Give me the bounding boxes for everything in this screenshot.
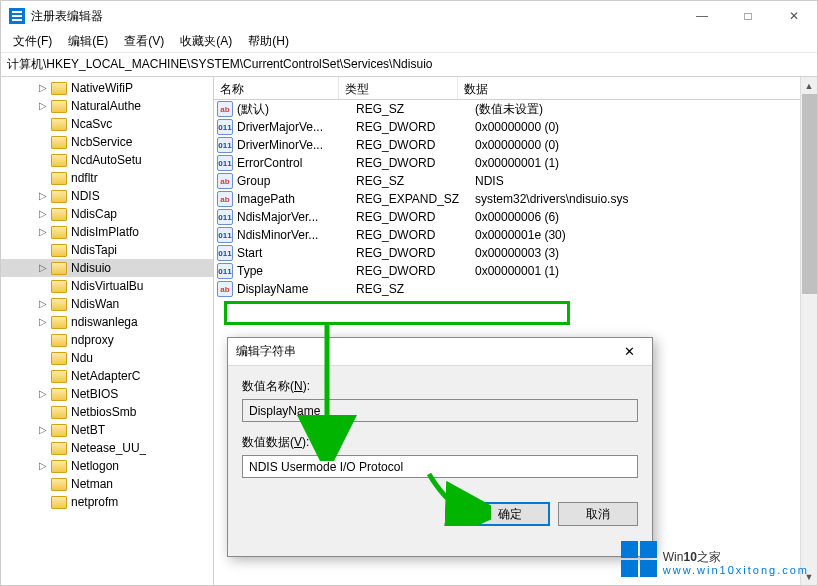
tree-item-netlogon[interactable]: ▷Netlogon: [1, 457, 213, 475]
menu-edit[interactable]: 编辑(E): [60, 31, 116, 52]
tree-item-ndfltr[interactable]: ndfltr: [1, 169, 213, 187]
expand-icon[interactable]: ▷: [37, 226, 49, 238]
list-row[interactable]: abGroupREG_SZNDIS: [214, 172, 817, 190]
tree-item-nativewifip[interactable]: ▷NativeWifiP: [1, 79, 213, 97]
tree-item-netease_uu_[interactable]: Netease_UU_: [1, 439, 213, 457]
folder-icon: [51, 370, 67, 383]
expand-icon[interactable]: ▷: [37, 388, 49, 400]
expand-icon[interactable]: [37, 406, 49, 418]
expand-icon[interactable]: ▷: [37, 82, 49, 94]
expand-icon[interactable]: ▷: [37, 460, 49, 472]
col-data[interactable]: 数据: [458, 77, 817, 99]
tree-item-ndistapi[interactable]: NdisTapi: [1, 241, 213, 259]
tree-label: Ndisuio: [71, 261, 111, 275]
expand-icon[interactable]: ▷: [37, 262, 49, 274]
tree-view[interactable]: ▷NativeWifiP▷NaturalAutheNcaSvcNcbServic…: [1, 77, 214, 585]
tree-item-ncdautosetu[interactable]: NcdAutoSetu: [1, 151, 213, 169]
tree-item-ncbservice[interactable]: NcbService: [1, 133, 213, 151]
expand-icon[interactable]: ▷: [37, 298, 49, 310]
expand-icon[interactable]: [37, 334, 49, 346]
folder-icon: [51, 478, 67, 491]
expand-icon[interactable]: [37, 442, 49, 454]
tree-item-ndu[interactable]: Ndu: [1, 349, 213, 367]
menu-file[interactable]: 文件(F): [5, 31, 60, 52]
folder-icon: [51, 262, 67, 275]
expand-icon[interactable]: ▷: [37, 190, 49, 202]
tree-label: NcbService: [71, 135, 132, 149]
tree-item-ndisuio[interactable]: ▷Ndisuio: [1, 259, 213, 277]
tree-item-ndis[interactable]: ▷NDIS: [1, 187, 213, 205]
list-row[interactable]: abImagePathREG_EXPAND_SZsystem32\drivers…: [214, 190, 817, 208]
tree-item-ndiswan[interactable]: ▷NdisWan: [1, 295, 213, 313]
tree-item-ndisvirtualbu[interactable]: NdisVirtualBu: [1, 277, 213, 295]
tree-item-netbios[interactable]: ▷NetBIOS: [1, 385, 213, 403]
menu-view[interactable]: 查看(V): [116, 31, 172, 52]
list-row[interactable]: ab(默认)REG_SZ(数值未设置): [214, 100, 817, 118]
minimize-button[interactable]: —: [679, 1, 725, 31]
menu-help[interactable]: 帮助(H): [240, 31, 297, 52]
expand-icon[interactable]: [37, 280, 49, 292]
tree-label: NcaSvc: [71, 117, 112, 131]
value-type-icon: ab: [217, 101, 233, 117]
expand-icon[interactable]: ▷: [37, 424, 49, 436]
tree-label: NcdAutoSetu: [71, 153, 142, 167]
cell-type: REG_SZ: [356, 102, 475, 116]
address-bar[interactable]: 计算机\HKEY_LOCAL_MACHINE\SYSTEM\CurrentCon…: [1, 53, 817, 77]
cell-type: REG_DWORD: [356, 210, 475, 224]
list-row[interactable]: 011StartREG_DWORD0x00000003 (3): [214, 244, 817, 262]
tree-item-ndproxy[interactable]: ndproxy: [1, 331, 213, 349]
tree-item-netbt[interactable]: ▷NetBT: [1, 421, 213, 439]
cell-data: 0x00000001 (1): [475, 156, 817, 170]
expand-icon[interactable]: [37, 496, 49, 508]
tree-item-netbiossmb[interactable]: NetbiosSmb: [1, 403, 213, 421]
col-name[interactable]: 名称: [214, 77, 339, 99]
list-scrollbar[interactable]: ▲ ▼: [800, 77, 817, 585]
scroll-up-icon[interactable]: ▲: [801, 77, 817, 94]
tree-label: Netlogon: [71, 459, 119, 473]
cell-type: REG_DWORD: [356, 156, 475, 170]
value-type-icon: ab: [217, 281, 233, 297]
tree-item-ncasvc[interactable]: NcaSvc: [1, 115, 213, 133]
tree-item-ndisimplatfo[interactable]: ▷NdisImPlatfo: [1, 223, 213, 241]
expand-icon[interactable]: ▷: [37, 208, 49, 220]
list-row[interactable]: 011TypeREG_DWORD0x00000001 (1): [214, 262, 817, 280]
cell-type: REG_DWORD: [356, 138, 475, 152]
tree-item-netprofm[interactable]: netprofm: [1, 493, 213, 511]
tree-label: NetbiosSmb: [71, 405, 136, 419]
expand-icon[interactable]: [37, 154, 49, 166]
expand-icon[interactable]: [37, 172, 49, 184]
close-button[interactable]: ✕: [771, 1, 817, 31]
tree-label: Netease_UU_: [71, 441, 146, 455]
tree-item-netman[interactable]: Netman: [1, 475, 213, 493]
scroll-thumb[interactable]: [802, 94, 817, 294]
list-row[interactable]: 011NdisMinorVer...REG_DWORD0x0000001e (3…: [214, 226, 817, 244]
list-row[interactable]: 011DriverMinorVe...REG_DWORD0x00000000 (…: [214, 136, 817, 154]
menu-favorites[interactable]: 收藏夹(A): [172, 31, 240, 52]
list-row[interactable]: 011NdisMajorVer...REG_DWORD0x00000006 (6…: [214, 208, 817, 226]
ok-button[interactable]: 确定: [470, 502, 550, 526]
list-row[interactable]: 011DriverMajorVe...REG_DWORD0x00000000 (…: [214, 118, 817, 136]
expand-icon[interactable]: [37, 478, 49, 490]
list-row[interactable]: 011ErrorControlREG_DWORD0x00000001 (1): [214, 154, 817, 172]
cancel-button[interactable]: 取消: [558, 502, 638, 526]
expand-icon[interactable]: ▷: [37, 100, 49, 112]
list-row[interactable]: abDisplayNameREG_SZ: [214, 280, 817, 298]
col-type[interactable]: 类型: [339, 77, 458, 99]
expand-icon[interactable]: [37, 370, 49, 382]
expand-icon[interactable]: [37, 118, 49, 130]
folder-icon: [51, 460, 67, 473]
value-type-icon: 011: [217, 209, 233, 225]
expand-icon[interactable]: [37, 244, 49, 256]
tree-label: NetBT: [71, 423, 105, 437]
cell-name: ImagePath: [237, 192, 356, 206]
expand-icon[interactable]: [37, 136, 49, 148]
tree-item-ndiswanlega[interactable]: ▷ndiswanlega: [1, 313, 213, 331]
tree-item-naturalauthe[interactable]: ▷NaturalAuthe: [1, 97, 213, 115]
dialog-close-button[interactable]: ✕: [614, 344, 644, 359]
expand-icon[interactable]: [37, 352, 49, 364]
tree-item-netadapterc[interactable]: NetAdapterC: [1, 367, 213, 385]
value-data-input[interactable]: [242, 455, 638, 478]
expand-icon[interactable]: ▷: [37, 316, 49, 328]
maximize-button[interactable]: □: [725, 1, 771, 31]
tree-item-ndiscap[interactable]: ▷NdisCap: [1, 205, 213, 223]
